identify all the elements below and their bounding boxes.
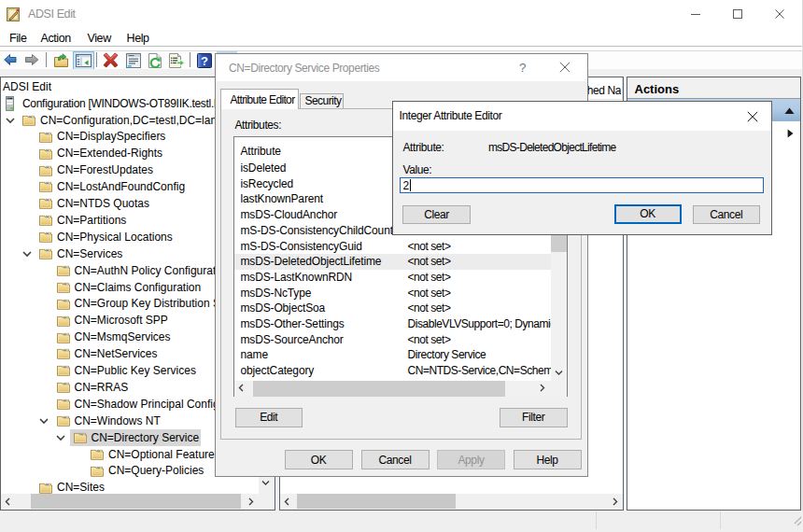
svg-text:?: ? xyxy=(201,54,208,68)
